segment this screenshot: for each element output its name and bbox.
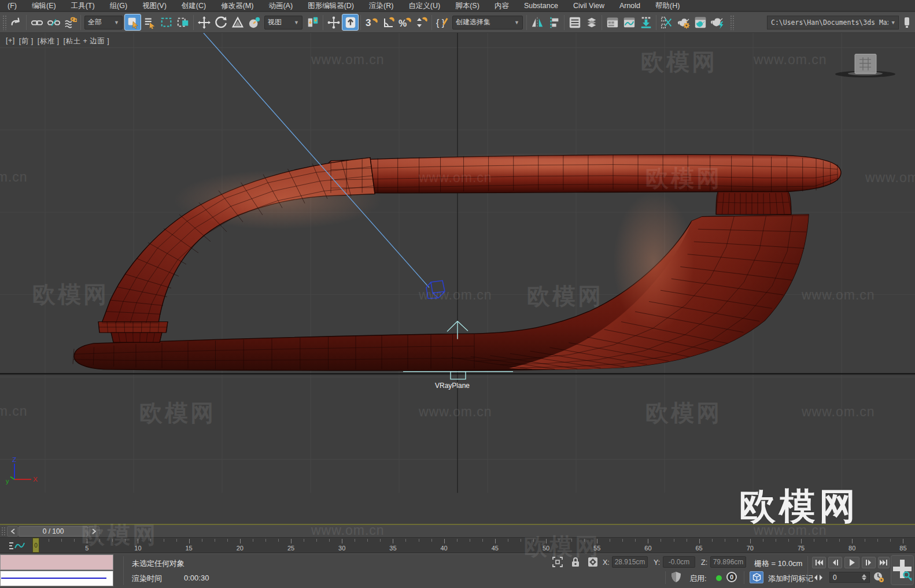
viewport-menu-perview[interactable]: [标准 ] xyxy=(38,36,60,46)
coord-x-field[interactable]: 28.915cm xyxy=(612,556,648,568)
menu-item-11[interactable]: 脚本(S) xyxy=(448,0,487,12)
reference-coordinate-dropdown[interactable]: 视图 ▼ xyxy=(264,16,302,29)
front-viewport[interactable]: Z X y [+] [前 ] [标准 ] [粘土 + 边面 ] VRayPlan… xyxy=(0,33,915,524)
select-object-button[interactable] xyxy=(124,14,141,31)
maxscript-macro-recorder[interactable] xyxy=(0,554,113,570)
isolate-selection-toggle[interactable] xyxy=(551,556,564,568)
absolute-offset-mode-toggle[interactable] xyxy=(586,556,599,568)
toggle-scene-explorer-button[interactable] xyxy=(566,14,583,31)
current-frame-field[interactable]: 0 xyxy=(829,572,870,583)
shield-icon-button[interactable] xyxy=(670,571,682,583)
window-crossing-toggle-button[interactable] xyxy=(175,14,191,31)
timeline-grip[interactable] xyxy=(1,527,5,536)
redo-button[interactable] xyxy=(8,14,24,31)
frame-spinner[interactable] xyxy=(862,574,866,580)
select-and-move-button[interactable] xyxy=(195,14,212,31)
toggle-layer-explorer-button[interactable] xyxy=(583,14,600,31)
rectangular-selection-region-button[interactable] xyxy=(158,14,175,31)
select-and-manipulate-button[interactable] xyxy=(325,14,342,31)
maxscript-mini-listener[interactable] xyxy=(0,554,113,586)
viewport-menu-shading[interactable]: [粘土 + 边面 ] xyxy=(64,36,110,46)
edit-named-selection-sets-button[interactable]: { } xyxy=(434,14,451,31)
track-bar[interactable]: 0510152025303540455055606570758085 xyxy=(0,537,915,553)
set-key-button[interactable] xyxy=(891,555,914,585)
zero-count-badge[interactable]: 0 xyxy=(726,572,737,582)
chevron-down-icon: ▼ xyxy=(514,20,519,25)
ruler-minor-tick xyxy=(712,539,713,542)
menu-item-13[interactable]: Substance xyxy=(516,0,566,12)
go-to-start-button[interactable] xyxy=(812,557,826,568)
ruler-minor-tick xyxy=(533,539,534,542)
coord-y-field[interactable]: -0.0cm xyxy=(663,556,695,568)
select-and-scale-button[interactable] xyxy=(229,14,246,31)
angle-snap-toggle-button[interactable] xyxy=(379,14,396,31)
spinner-snap-toggle-button[interactable] xyxy=(413,14,430,31)
snap-toggle-3d-button[interactable]: 3 xyxy=(363,14,379,31)
previous-frame-button[interactable] xyxy=(828,557,842,568)
menu-item-9[interactable]: 渲染(R) xyxy=(361,0,401,12)
selection-filter-dropdown[interactable]: 全部 ▼ xyxy=(84,16,123,29)
select-by-name-button[interactable] xyxy=(141,14,158,31)
3dsmax-window: (F)编辑(E)工具(T)组(G)视图(V)创建(C)修改器(M)动画(A)图形… xyxy=(0,0,915,588)
menu-item-14[interactable]: Civil View xyxy=(566,0,612,12)
select-and-rotate-button[interactable] xyxy=(212,14,229,31)
bind-to-spacewarp-button[interactable] xyxy=(62,14,79,31)
project-path-dropdown[interactable]: C:\Users\Han\Documents\3ds Max 2022 ▼ xyxy=(767,16,899,29)
previous-frame-slider-button[interactable] xyxy=(7,526,18,537)
current-frame-marker[interactable]: 0 xyxy=(32,538,39,553)
named-selection-set-dropdown[interactable]: 创建选择集 ▼ xyxy=(452,16,523,29)
add-time-tag-button[interactable]: 添加时间标记 xyxy=(768,574,813,584)
next-frame-button[interactable] xyxy=(862,557,876,568)
time-configuration-button[interactable] xyxy=(872,571,885,583)
toolbar-grip[interactable] xyxy=(2,15,6,30)
menu-item-4[interactable]: 视图(V) xyxy=(135,0,174,12)
menu-item-1[interactable]: 编辑(E) xyxy=(24,0,64,12)
play-animation-button[interactable] xyxy=(844,557,859,568)
curve-editor-button[interactable] xyxy=(621,14,637,31)
menu-item-15[interactable]: Arnold xyxy=(612,0,648,12)
rendered-frame-window-button[interactable] xyxy=(692,14,709,31)
time-tag-cube-button[interactable] xyxy=(750,571,763,583)
helper-cube-gizmo[interactable] xyxy=(426,280,445,298)
toggle-ribbon-button[interactable] xyxy=(604,14,621,31)
slate-material-editor-button[interactable] xyxy=(658,14,675,31)
render-setup-button[interactable] xyxy=(675,14,692,31)
menu-item-5[interactable]: 创建(C) xyxy=(174,0,213,12)
next-frame-slider-button[interactable] xyxy=(88,526,99,537)
keyboard-shortcut-override-toggle[interactable] xyxy=(342,14,359,31)
menu-item-12[interactable]: 内容 xyxy=(487,0,516,12)
ruler-minor-tick xyxy=(457,539,457,542)
menu-item-6[interactable]: 修改器(M) xyxy=(213,0,261,12)
toolbar-separator xyxy=(360,15,361,30)
menu-item-8[interactable]: 图形编辑器(D) xyxy=(300,0,361,12)
coord-z-field[interactable]: 79.896cm xyxy=(710,556,746,568)
selection-lock-toggle[interactable] xyxy=(569,556,582,568)
toolbar-grip[interactable] xyxy=(730,15,734,30)
menu-item-0[interactable]: (F) xyxy=(0,0,24,12)
menu-item-16[interactable]: 帮助(H) xyxy=(648,0,687,12)
unlink-selection-button[interactable] xyxy=(45,14,62,31)
viewport-menu-general[interactable]: [+] xyxy=(6,36,15,46)
schematic-view-button[interactable] xyxy=(637,14,654,31)
menu-item-2[interactable]: 工具(T) xyxy=(64,0,102,12)
mini-curve-editor-button[interactable] xyxy=(6,540,28,552)
menu-item-7[interactable]: 动画(A) xyxy=(261,0,300,12)
menu-item-3[interactable]: 组(G) xyxy=(102,0,135,12)
key-mode-toggle[interactable] xyxy=(812,571,825,584)
percent-snap-toggle-button[interactable]: % xyxy=(396,14,413,31)
ruler-minor-tick xyxy=(304,539,304,542)
workspaces-button[interactable] xyxy=(902,16,912,29)
photometric-light-object[interactable] xyxy=(835,54,895,77)
go-to-end-button[interactable] xyxy=(878,557,890,568)
render-production-button[interactable] xyxy=(709,14,725,31)
select-and-place-button[interactable] xyxy=(246,14,263,31)
select-and-link-button[interactable] xyxy=(28,14,45,31)
align-button[interactable] xyxy=(545,14,562,31)
viewport-menu-pov[interactable]: [前 ] xyxy=(19,36,34,46)
time-slider-handle[interactable]: 0 / 100 xyxy=(19,526,88,537)
mirror-button[interactable] xyxy=(529,14,545,31)
ruler-minor-tick xyxy=(74,539,75,542)
use-pivot-point-center-button[interactable] xyxy=(304,14,321,31)
menu-item-10[interactable]: 自定义(U) xyxy=(401,0,448,12)
svg-text:%: % xyxy=(399,19,407,28)
